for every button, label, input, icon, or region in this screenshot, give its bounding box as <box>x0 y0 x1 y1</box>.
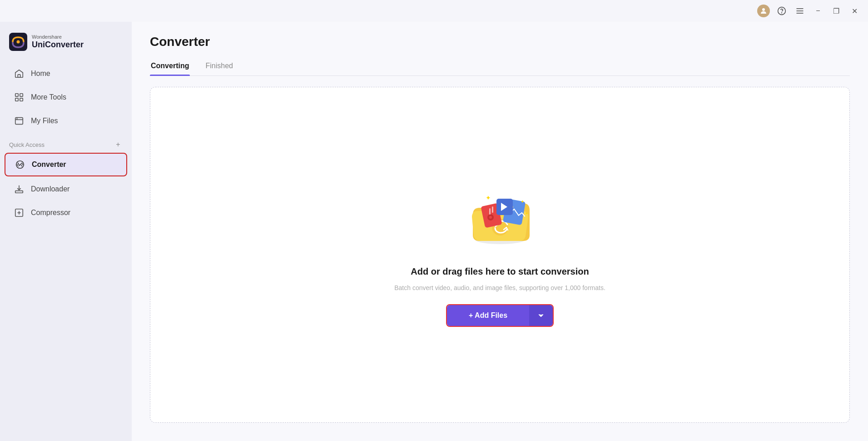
sidebar-item-compressor-label: Compressor <box>31 209 70 217</box>
tabs: Converting Finished <box>150 57 850 76</box>
svg-point-23 <box>489 216 492 219</box>
app-logo <box>9 33 27 51</box>
sidebar-item-converter[interactable]: Converter <box>5 153 127 176</box>
quick-access-add-button[interactable]: + <box>114 140 123 149</box>
home-icon <box>14 68 25 79</box>
restore-button[interactable]: ❐ <box>830 5 843 17</box>
svg-rect-12 <box>20 98 23 101</box>
profile-icon[interactable] <box>757 5 770 17</box>
tab-converting[interactable]: Converting <box>150 57 190 75</box>
minimize-button[interactable]: − <box>812 5 824 17</box>
quick-access-section: Quick Access + <box>0 133 132 152</box>
brand-top: Wondershare <box>32 34 84 40</box>
add-files-dropdown-button[interactable] <box>529 305 553 326</box>
support-button[interactable] <box>775 5 788 17</box>
sidebar-item-converter-label: Converter <box>32 160 66 169</box>
svg-point-2 <box>782 13 782 13</box>
sidebar-item-downloader[interactable]: Downloader <box>5 178 127 200</box>
grid-icon <box>14 92 25 103</box>
sidebar-item-compressor[interactable]: Compressor <box>5 202 127 224</box>
svg-rect-10 <box>20 94 23 96</box>
files-icon <box>14 115 25 126</box>
dropzone-subtitle: Batch convert video, audio, and image fi… <box>394 284 605 291</box>
svg-text:✦: ✦ <box>521 199 524 204</box>
menu-button[interactable] <box>794 5 806 17</box>
svg-point-7 <box>17 40 20 44</box>
svg-rect-8 <box>18 75 20 77</box>
sidebar-item-my-files-label: My Files <box>31 117 58 125</box>
downloader-icon <box>14 184 25 195</box>
add-files-button[interactable]: + Add Files <box>447 305 529 326</box>
compressor-icon <box>14 207 25 218</box>
page-title: Converter <box>150 35 850 49</box>
svg-rect-13 <box>15 118 23 125</box>
close-button[interactable]: ✕ <box>848 5 861 17</box>
content-area: ✦ ✦ ✦ Add or drag files here to start co… <box>132 76 868 441</box>
drop-zone[interactable]: ✦ ✦ ✦ Add or drag files here to start co… <box>150 87 850 423</box>
title-bar: − ❐ ✕ <box>0 0 868 22</box>
brand-bottom: UniConverter <box>32 40 84 50</box>
svg-point-0 <box>762 8 765 11</box>
svg-rect-9 <box>15 94 18 96</box>
svg-rect-24 <box>489 208 491 215</box>
tab-finished[interactable]: Finished <box>204 57 233 75</box>
converter-illustration: ✦ ✦ ✦ <box>464 183 536 256</box>
converter-icon <box>15 159 25 170</box>
page-header: Converter Converting Finished <box>132 22 868 76</box>
sidebar: Wondershare UniConverter Home More Tools… <box>0 22 132 441</box>
svg-text:✦: ✦ <box>525 211 528 215</box>
sidebar-item-more-tools[interactable]: More Tools <box>5 86 127 108</box>
quick-access-label: Quick Access <box>9 141 45 148</box>
sidebar-item-downloader-label: Downloader <box>31 185 69 193</box>
main-content: Converter Converting Finished <box>132 22 868 441</box>
sidebar-item-home-label: Home <box>31 70 50 78</box>
svg-text:✦: ✦ <box>486 194 491 201</box>
sidebar-item-my-files[interactable]: My Files <box>5 110 127 132</box>
app-body: Wondershare UniConverter Home More Tools… <box>0 22 868 441</box>
svg-rect-17 <box>15 191 23 193</box>
logo-area: Wondershare UniConverter <box>0 29 132 62</box>
svg-rect-11 <box>15 98 18 101</box>
sidebar-item-more-tools-label: More Tools <box>31 93 66 101</box>
dropzone-title: Add or drag files here to start conversi… <box>411 266 589 277</box>
logo-text: Wondershare UniConverter <box>32 34 84 50</box>
svg-rect-25 <box>492 206 493 213</box>
sidebar-item-home[interactable]: Home <box>5 63 127 85</box>
add-files-container: + Add Files <box>446 304 554 327</box>
